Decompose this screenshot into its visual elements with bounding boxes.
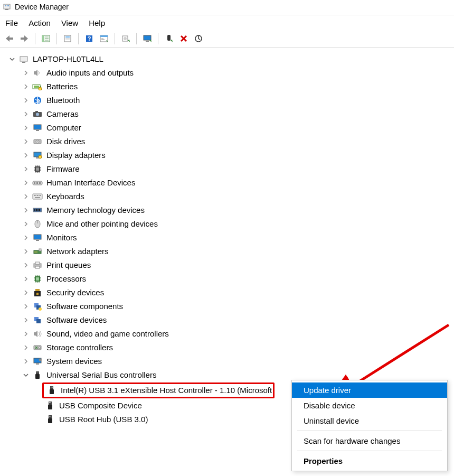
svg-rect-24	[20, 57, 27, 61]
tree-category[interactable]: Disk drives	[2, 135, 454, 148]
chevron-right-icon[interactable]	[21, 288, 31, 297]
monitor-icon[interactable]	[141, 33, 154, 44]
tree-category[interactable]: Computer	[2, 121, 454, 135]
menu-file[interactable]: File	[5, 18, 18, 27]
chevron-down-icon[interactable]	[7, 54, 17, 64]
chevron-right-icon[interactable]	[21, 164, 31, 174]
tree-category[interactable]: Firmware	[2, 162, 454, 176]
svg-rect-62	[34, 235, 41, 239]
chevron-right-icon[interactable]	[21, 206, 31, 215]
chevron-right-icon[interactable]	[21, 233, 31, 242]
tree-category[interactable]: Processors	[2, 272, 454, 286]
tree-category[interactable]: Audio inputs and outputs	[2, 66, 454, 80]
scan-icon[interactable]	[192, 33, 205, 44]
tree-category[interactable]: Monitors	[2, 231, 454, 245]
tree-category[interactable]: Memory technology devices	[2, 203, 454, 217]
tree-category[interactable]: Cameras	[2, 107, 454, 121]
tree-category[interactable]: Software components	[2, 300, 454, 313]
chevron-right-icon[interactable]	[21, 151, 31, 160]
tree-category[interactable]: Print queues	[2, 258, 454, 272]
battery-icon	[32, 81, 43, 92]
chevron-right-icon[interactable]	[21, 68, 31, 78]
back-icon[interactable]	[3, 33, 16, 44]
chevron-right-icon[interactable]	[21, 343, 31, 352]
delete-icon[interactable]	[177, 33, 190, 44]
context-menu-separator	[297, 451, 442, 451]
tree-category-label: Audio inputs and outputs	[46, 67, 134, 79]
chevron-down-icon[interactable]	[21, 370, 31, 380]
tree-category[interactable]: Security devices	[2, 286, 454, 300]
tree-category-label: Security devices	[46, 286, 104, 299]
update-driver-icon[interactable]	[119, 33, 132, 44]
help-icon[interactable]: ?	[83, 33, 96, 44]
svg-rect-63	[36, 240, 39, 241]
chevron-right-icon[interactable]	[21, 329, 31, 339]
menu-view[interactable]: View	[61, 18, 78, 27]
chevron-right-icon[interactable]	[21, 137, 31, 146]
chevron-right-icon[interactable]	[21, 109, 31, 119]
memory-icon	[32, 205, 43, 216]
tree-category[interactable]: Sound, video and game controllers	[2, 327, 454, 341]
svg-rect-52	[39, 195, 40, 196]
chevron-right-icon[interactable]	[21, 274, 31, 284]
chevron-right-icon[interactable]	[21, 178, 31, 188]
svg-rect-35	[36, 130, 39, 131]
context-menu-disable-device[interactable]: Disable device	[292, 398, 447, 413]
chevron-right-icon[interactable]	[21, 96, 31, 105]
chevron-right-icon[interactable]	[21, 123, 31, 133]
tree-category[interactable]: Storage controllers	[2, 341, 454, 354]
svg-rect-20	[144, 35, 151, 40]
security-icon	[32, 287, 43, 298]
svg-rect-92	[51, 387, 52, 388]
forward-icon[interactable]	[18, 33, 31, 44]
svg-point-86	[39, 359, 42, 361]
svg-rect-5	[21, 38, 25, 40]
context-menu-properties[interactable]: Properties	[292, 453, 447, 469]
svg-rect-33	[35, 111, 38, 113]
tree-category[interactable]: Human Interface Devices	[2, 176, 454, 190]
svg-rect-93	[52, 387, 53, 388]
chevron-right-icon[interactable]	[21, 357, 31, 366]
tree-root[interactable]: LAPTOP-HL0TL4LL	[2, 52, 454, 66]
show-hidden-icon[interactable]	[40, 33, 52, 44]
tree-category[interactable]: Batteries	[2, 80, 454, 94]
chevron-right-icon[interactable]	[21, 315, 31, 325]
tree-category[interactable]: Network adapters	[2, 245, 454, 258]
svg-rect-71	[35, 266, 40, 268]
tree-category[interactable]: Keyboards	[2, 190, 454, 203]
context-menu-update-driver[interactable]: Update driver	[292, 382, 447, 398]
chevron-right-icon[interactable]	[21, 247, 31, 256]
tree-category[interactable]: Bluetooth	[2, 94, 454, 107]
menu-action[interactable]: Action	[29, 18, 51, 27]
chevron-right-icon[interactable]	[21, 260, 31, 270]
chevron-right-icon[interactable]	[21, 302, 31, 311]
chevron-right-icon[interactable]	[21, 82, 31, 91]
toolbar-separator	[56, 33, 57, 44]
tree-category[interactable]: Mice and other pointing devices	[2, 217, 454, 231]
svg-rect-56	[34, 209, 35, 211]
window-title: Device Manager	[15, 3, 69, 11]
tree-category[interactable]: System devices	[2, 354, 454, 368]
svg-rect-48	[33, 194, 42, 199]
tree-category[interactable]: Software devices	[2, 313, 454, 327]
context-menu-uninstall-device[interactable]: Uninstall device	[292, 413, 447, 428]
menu-help[interactable]: Help	[89, 18, 105, 27]
mouse-icon	[32, 219, 43, 229]
system-icon	[32, 356, 43, 367]
chevron-right-icon[interactable]	[21, 219, 31, 229]
chevron-right-icon[interactable]	[21, 192, 31, 201]
swcomp-icon	[32, 301, 43, 312]
properties-icon[interactable]	[61, 33, 74, 44]
svg-rect-53	[40, 195, 41, 196]
usb-icon	[32, 370, 43, 380]
svg-point-79	[39, 307, 42, 311]
enable-icon[interactable]	[163, 33, 175, 44]
action-center-icon[interactable]	[98, 33, 110, 44]
svg-rect-57	[36, 209, 37, 211]
svg-rect-11	[65, 40, 70, 40]
toolbar-separator	[158, 33, 158, 44]
tree-category-label: System devices	[46, 355, 102, 368]
svg-rect-0	[4, 4, 10, 9]
context-menu-scan-hardware[interactable]: Scan for hardware changes	[292, 433, 447, 449]
tree-category[interactable]: Display adapters	[2, 148, 454, 162]
